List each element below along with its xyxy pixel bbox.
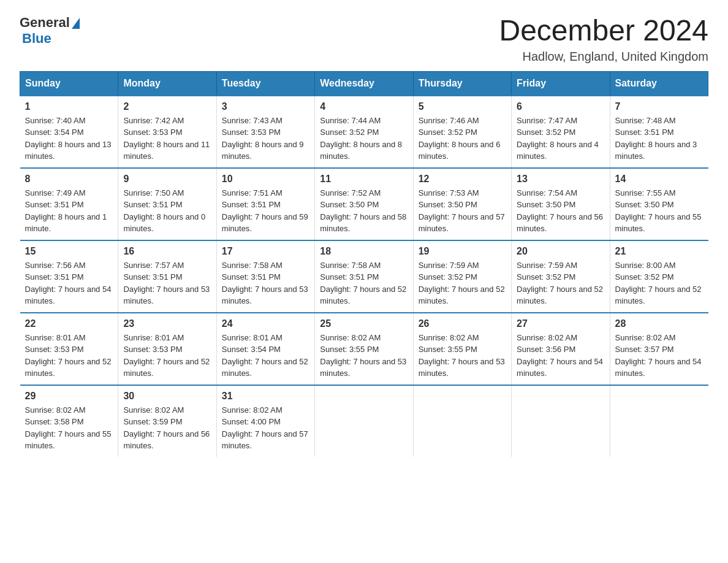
day-info: Sunrise: 7:56 AMSunset: 3:51 PMDaylight:… — [25, 261, 112, 306]
calendar-header-row: SundayMondayTuesdayWednesdayThursdayFrid… — [20, 71, 708, 96]
day-number: 21 — [615, 246, 703, 257]
day-number: 1 — [25, 101, 113, 112]
day-info: Sunrise: 8:01 AMSunset: 3:53 PMDaylight:… — [25, 333, 112, 378]
day-number: 29 — [25, 391, 113, 402]
calendar-cell: 27 Sunrise: 8:02 AMSunset: 3:56 PMDaylig… — [512, 313, 610, 385]
calendar-cell: 18 Sunrise: 7:58 AMSunset: 3:51 PMDaylig… — [315, 240, 413, 313]
day-number: 30 — [123, 391, 211, 402]
day-info: Sunrise: 8:02 AMSunset: 3:58 PMDaylight:… — [25, 405, 112, 451]
day-number: 23 — [123, 318, 211, 329]
day-info: Sunrise: 7:58 AMSunset: 3:51 PMDaylight:… — [222, 261, 308, 306]
day-number: 11 — [320, 174, 408, 185]
page-header: General Blue December 2024 Hadlow, Engla… — [20, 15, 708, 64]
day-info: Sunrise: 8:02 AMSunset: 3:59 PMDaylight:… — [123, 405, 210, 451]
calendar-cell: 4 Sunrise: 7:44 AMSunset: 3:52 PMDayligh… — [315, 96, 413, 168]
day-info: Sunrise: 7:47 AMSunset: 3:52 PMDaylight:… — [517, 116, 599, 161]
logo-general-text: General — [20, 15, 70, 31]
calendar-cell: 6 Sunrise: 7:47 AMSunset: 3:52 PMDayligh… — [512, 96, 610, 168]
calendar-cell: 8 Sunrise: 7:49 AMSunset: 3:51 PMDayligh… — [20, 168, 118, 240]
calendar-week-row: 15 Sunrise: 7:56 AMSunset: 3:51 PMDaylig… — [20, 240, 708, 313]
day-number: 20 — [517, 246, 604, 257]
day-info: Sunrise: 7:58 AMSunset: 3:51 PMDaylight:… — [320, 261, 406, 306]
day-number: 26 — [419, 318, 506, 329]
calendar-cell: 21 Sunrise: 8:00 AMSunset: 3:52 PMDaylig… — [610, 240, 708, 313]
day-number: 6 — [517, 101, 604, 112]
day-info: Sunrise: 8:01 AMSunset: 3:54 PMDaylight:… — [222, 333, 308, 378]
day-info: Sunrise: 7:42 AMSunset: 3:53 PMDaylight:… — [123, 116, 210, 161]
calendar-cell: 17 Sunrise: 7:58 AMSunset: 3:51 PMDaylig… — [216, 240, 314, 313]
day-number: 25 — [320, 318, 408, 329]
calendar-week-row: 29 Sunrise: 8:02 AMSunset: 3:58 PMDaylig… — [20, 385, 708, 457]
calendar-cell: 20 Sunrise: 7:59 AMSunset: 3:52 PMDaylig… — [512, 240, 610, 313]
day-number: 27 — [517, 318, 604, 329]
calendar-week-row: 22 Sunrise: 8:01 AMSunset: 3:53 PMDaylig… — [20, 313, 708, 385]
weekday-header-saturday: Saturday — [610, 71, 708, 96]
day-number: 24 — [222, 318, 309, 329]
calendar-cell: 25 Sunrise: 8:02 AMSunset: 3:55 PMDaylig… — [315, 313, 413, 385]
day-info: Sunrise: 7:48 AMSunset: 3:51 PMDaylight:… — [615, 116, 697, 161]
calendar-cell: 30 Sunrise: 8:02 AMSunset: 3:59 PMDaylig… — [118, 385, 216, 457]
day-info: Sunrise: 7:43 AMSunset: 3:53 PMDaylight:… — [222, 116, 304, 161]
day-info: Sunrise: 7:49 AMSunset: 3:51 PMDaylight:… — [25, 188, 107, 234]
day-number: 4 — [320, 101, 408, 112]
day-number: 17 — [222, 246, 309, 257]
calendar-cell: 28 Sunrise: 8:02 AMSunset: 3:57 PMDaylig… — [610, 313, 708, 385]
weekday-header-wednesday: Wednesday — [315, 71, 413, 96]
weekday-header-tuesday: Tuesday — [216, 71, 314, 96]
day-info: Sunrise: 7:54 AMSunset: 3:50 PMDaylight:… — [517, 188, 603, 234]
calendar-cell: 22 Sunrise: 8:01 AMSunset: 3:53 PMDaylig… — [20, 313, 118, 385]
calendar-week-row: 8 Sunrise: 7:49 AMSunset: 3:51 PMDayligh… — [20, 168, 708, 240]
day-info: Sunrise: 7:53 AMSunset: 3:50 PMDaylight:… — [419, 188, 505, 234]
calendar-table: SundayMondayTuesdayWednesdayThursdayFrid… — [20, 71, 708, 457]
weekday-header-friday: Friday — [512, 71, 610, 96]
day-number: 9 — [123, 174, 211, 185]
day-info: Sunrise: 7:40 AMSunset: 3:54 PMDaylight:… — [25, 116, 112, 161]
calendar-cell: 19 Sunrise: 7:59 AMSunset: 3:52 PMDaylig… — [413, 240, 511, 313]
calendar-cell — [610, 385, 708, 457]
day-number: 2 — [123, 101, 211, 112]
calendar-cell: 29 Sunrise: 8:02 AMSunset: 3:58 PMDaylig… — [20, 385, 118, 457]
calendar-cell — [413, 385, 511, 457]
title-block: December 2024 Hadlow, England, United Ki… — [499, 15, 708, 64]
day-info: Sunrise: 7:59 AMSunset: 3:52 PMDaylight:… — [419, 261, 505, 306]
weekday-header-sunday: Sunday — [20, 71, 118, 96]
day-number: 22 — [25, 318, 113, 329]
day-info: Sunrise: 7:51 AMSunset: 3:51 PMDaylight:… — [222, 188, 308, 234]
calendar-week-row: 1 Sunrise: 7:40 AMSunset: 3:54 PMDayligh… — [20, 96, 708, 168]
day-info: Sunrise: 7:59 AMSunset: 3:52 PMDaylight:… — [517, 261, 603, 306]
day-number: 14 — [615, 174, 703, 185]
day-number: 28 — [615, 318, 703, 329]
calendar-cell: 7 Sunrise: 7:48 AMSunset: 3:51 PMDayligh… — [610, 96, 708, 168]
calendar-cell: 3 Sunrise: 7:43 AMSunset: 3:53 PMDayligh… — [216, 96, 314, 168]
day-info: Sunrise: 8:02 AMSunset: 4:00 PMDaylight:… — [222, 405, 308, 451]
calendar-cell: 16 Sunrise: 7:57 AMSunset: 3:51 PMDaylig… — [118, 240, 216, 313]
calendar-cell — [315, 385, 413, 457]
day-info: Sunrise: 7:46 AMSunset: 3:52 PMDaylight:… — [419, 116, 501, 161]
calendar-cell: 5 Sunrise: 7:46 AMSunset: 3:52 PMDayligh… — [413, 96, 511, 168]
day-number: 10 — [222, 174, 309, 185]
day-number: 31 — [222, 391, 309, 402]
logo-blue-text: Blue — [22, 31, 51, 47]
day-number: 13 — [517, 174, 604, 185]
day-info: Sunrise: 8:02 AMSunset: 3:55 PMDaylight:… — [419, 333, 505, 378]
day-info: Sunrise: 8:02 AMSunset: 3:56 PMDaylight:… — [517, 333, 603, 378]
location-title: Hadlow, England, United Kingdom — [499, 50, 708, 64]
calendar-cell: 31 Sunrise: 8:02 AMSunset: 4:00 PMDaylig… — [216, 385, 314, 457]
calendar-cell: 26 Sunrise: 8:02 AMSunset: 3:55 PMDaylig… — [413, 313, 511, 385]
logo: General Blue — [20, 15, 80, 47]
calendar-cell: 10 Sunrise: 7:51 AMSunset: 3:51 PMDaylig… — [216, 168, 314, 240]
day-info: Sunrise: 7:44 AMSunset: 3:52 PMDaylight:… — [320, 116, 402, 161]
day-number: 15 — [25, 246, 113, 257]
day-info: Sunrise: 7:55 AMSunset: 3:50 PMDaylight:… — [615, 188, 702, 234]
day-number: 19 — [419, 246, 506, 257]
calendar-cell: 14 Sunrise: 7:55 AMSunset: 3:50 PMDaylig… — [610, 168, 708, 240]
calendar-cell: 2 Sunrise: 7:42 AMSunset: 3:53 PMDayligh… — [118, 96, 216, 168]
day-info: Sunrise: 8:02 AMSunset: 3:57 PMDaylight:… — [615, 333, 702, 378]
day-number: 3 — [222, 101, 309, 112]
day-info: Sunrise: 7:50 AMSunset: 3:51 PMDaylight:… — [123, 188, 205, 234]
day-number: 16 — [123, 246, 211, 257]
day-number: 12 — [419, 174, 506, 185]
calendar-cell: 11 Sunrise: 7:52 AMSunset: 3:50 PMDaylig… — [315, 168, 413, 240]
weekday-header-thursday: Thursday — [413, 71, 511, 96]
calendar-cell: 13 Sunrise: 7:54 AMSunset: 3:50 PMDaylig… — [512, 168, 610, 240]
